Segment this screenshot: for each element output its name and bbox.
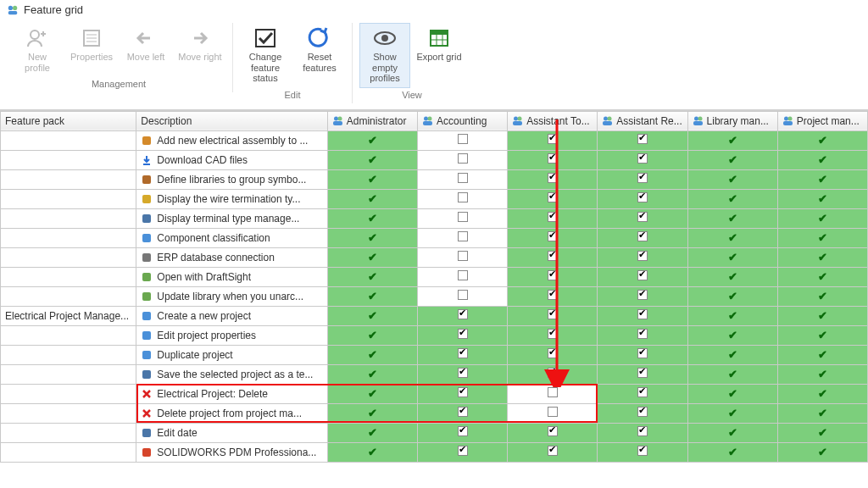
- permission-cell[interactable]: [417, 169, 507, 189]
- permission-cell[interactable]: ✔: [777, 228, 867, 247]
- permission-cell[interactable]: ✔: [777, 208, 867, 228]
- table-row[interactable]: SOLIDWORKS PDM Professiona...✔✔✔: [1, 442, 868, 462]
- checkbox-checked[interactable]: [637, 329, 648, 339]
- checkbox-checked[interactable]: [458, 309, 468, 319]
- permission-cell[interactable]: ✔: [327, 169, 417, 189]
- permission-cell[interactable]: [417, 325, 507, 345]
- permission-cell[interactable]: [508, 286, 598, 306]
- table-row[interactable]: Component classification✔✔✔: [1, 228, 868, 247]
- checkbox-checked[interactable]: [548, 153, 558, 164]
- checkbox-checked[interactable]: [458, 368, 468, 378]
- permission-cell[interactable]: ✔: [687, 442, 777, 462]
- permission-cell[interactable]: [508, 208, 598, 228]
- permission-cell[interactable]: [598, 384, 687, 403]
- permission-cell[interactable]: [598, 267, 687, 286]
- table-row[interactable]: Edit date✔✔✔: [1, 423, 868, 442]
- permission-cell[interactable]: ✔: [687, 423, 777, 442]
- permission-cell[interactable]: [598, 150, 687, 169]
- table-row[interactable]: Display terminal type manage...✔✔✔: [1, 208, 868, 228]
- checkbox-checked[interactable]: [548, 426, 558, 436]
- permission-cell[interactable]: ✔: [327, 325, 417, 345]
- checkbox-checked[interactable]: [637, 387, 648, 397]
- checkbox-checked[interactable]: [548, 231, 558, 241]
- permission-cell[interactable]: [508, 325, 598, 345]
- permission-cell[interactable]: [508, 423, 598, 442]
- permission-cell[interactable]: [417, 267, 507, 286]
- permission-cell[interactable]: [598, 364, 687, 384]
- checkbox-checked[interactable]: [548, 309, 558, 319]
- permission-cell[interactable]: [417, 364, 507, 384]
- permission-cell[interactable]: ✔: [687, 247, 777, 267]
- permission-cell[interactable]: ✔: [327, 208, 417, 228]
- permission-cell[interactable]: ✔: [687, 345, 777, 364]
- table-row[interactable]: Download CAD files✔✔✔: [1, 150, 868, 169]
- permission-cell[interactable]: ✔: [777, 423, 867, 442]
- permission-cell[interactable]: ✔: [777, 130, 867, 150]
- checkbox-checked[interactable]: [458, 329, 468, 339]
- permission-cell[interactable]: [598, 286, 687, 306]
- permission-cell[interactable]: [417, 150, 507, 169]
- table-row[interactable]: ERP database connection✔✔✔: [1, 247, 868, 267]
- permission-cell[interactable]: ✔: [687, 130, 777, 150]
- export-grid-button[interactable]: Export grid: [414, 23, 465, 88]
- permission-cell[interactable]: [598, 169, 687, 189]
- checkbox-checked[interactable]: [548, 290, 558, 300]
- permission-cell[interactable]: [417, 306, 507, 325]
- permission-cell[interactable]: ✔: [777, 169, 867, 189]
- checkbox-checked[interactable]: [637, 251, 648, 261]
- permission-cell[interactable]: ✔: [777, 442, 867, 462]
- permission-cell[interactable]: ✔: [687, 384, 777, 403]
- checkbox-checked[interactable]: [458, 348, 468, 358]
- permission-cell[interactable]: ✔: [687, 267, 777, 286]
- permission-cell[interactable]: [508, 267, 598, 286]
- checkbox-unchecked[interactable]: [458, 290, 468, 300]
- permission-cell[interactable]: [417, 442, 507, 462]
- permission-cell[interactable]: ✔: [777, 364, 867, 384]
- permission-cell[interactable]: ✔: [687, 325, 777, 345]
- checkbox-checked[interactable]: [637, 212, 648, 222]
- permission-cell[interactable]: ✔: [327, 267, 417, 286]
- checkbox-checked[interactable]: [637, 134, 648, 144]
- reset-features-button[interactable]: Reset features: [294, 23, 345, 88]
- checkbox-checked[interactable]: [637, 270, 648, 280]
- permission-cell[interactable]: [598, 403, 687, 423]
- checkbox-unchecked[interactable]: [458, 251, 468, 261]
- permission-cell[interactable]: [598, 442, 687, 462]
- permission-cell[interactable]: [508, 130, 598, 150]
- table-row[interactable]: Update library when you unarc...✔✔✔: [1, 286, 868, 306]
- checkbox-checked[interactable]: [637, 368, 648, 378]
- checkbox-unchecked[interactable]: [548, 407, 558, 417]
- checkbox-checked[interactable]: [637, 290, 648, 300]
- permission-cell[interactable]: [598, 189, 687, 208]
- table-row[interactable]: Add new electrical assembly to ...✔✔✔: [1, 130, 868, 150]
- permission-cell[interactable]: [598, 228, 687, 247]
- permission-cell[interactable]: [508, 247, 598, 267]
- column-header[interactable]: Accounting: [417, 111, 507, 130]
- permission-cell[interactable]: [598, 306, 687, 325]
- table-row[interactable]: Save the selected project as a te...✔✔✔: [1, 364, 868, 384]
- column-header[interactable]: Description: [136, 111, 327, 130]
- permission-cell[interactable]: ✔: [777, 403, 867, 423]
- permission-cell[interactable]: ✔: [777, 384, 867, 403]
- table-row[interactable]: Electrical Project: Delete✔✔✔: [1, 384, 868, 403]
- permission-cell[interactable]: ✔: [687, 150, 777, 169]
- permission-cell[interactable]: [508, 345, 598, 364]
- checkbox-checked[interactable]: [637, 446, 648, 456]
- checkbox-unchecked[interactable]: [458, 134, 468, 144]
- permission-cell[interactable]: ✔: [687, 189, 777, 208]
- checkbox-unchecked[interactable]: [458, 153, 468, 164]
- permission-cell[interactable]: ✔: [687, 286, 777, 306]
- checkbox-checked[interactable]: [458, 446, 468, 456]
- checkbox-unchecked[interactable]: [458, 270, 468, 280]
- permission-cell[interactable]: [508, 228, 598, 247]
- checkbox-checked[interactable]: [548, 270, 558, 280]
- permission-cell[interactable]: [417, 403, 507, 423]
- permission-cell[interactable]: [417, 384, 507, 403]
- feature-grid[interactable]: Feature packDescriptionAdministratorAcco…: [0, 111, 868, 463]
- column-header[interactable]: Feature pack: [1, 111, 136, 130]
- permission-cell[interactable]: [508, 364, 598, 384]
- permission-cell[interactable]: ✔: [777, 345, 867, 364]
- permission-cell[interactable]: ✔: [777, 189, 867, 208]
- permission-cell[interactable]: ✔: [327, 364, 417, 384]
- checkbox-checked[interactable]: [637, 192, 648, 202]
